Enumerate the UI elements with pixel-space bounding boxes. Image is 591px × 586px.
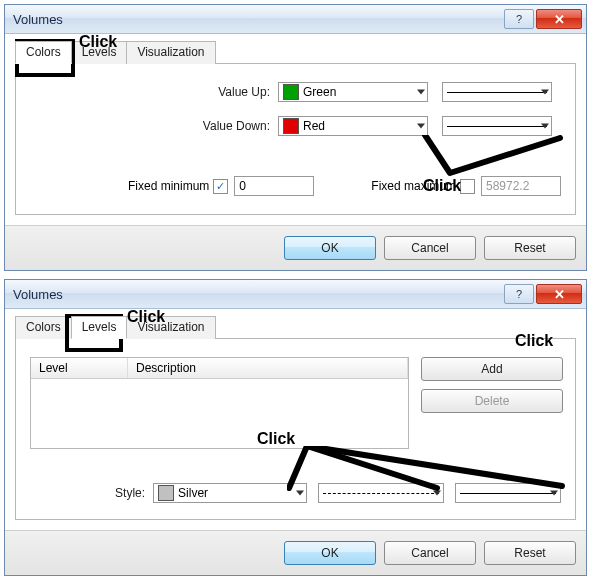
chevron-down-icon bbox=[296, 491, 304, 496]
tab-colors[interactable]: Colors bbox=[15, 41, 72, 64]
delete-button: Delete bbox=[421, 389, 563, 413]
window-title: Volumes bbox=[13, 12, 504, 27]
tab-colors[interactable]: Colors bbox=[15, 316, 72, 339]
value-down-color-combo[interactable]: Red bbox=[278, 116, 428, 136]
style-label: Style: bbox=[30, 486, 153, 500]
cancel-button[interactable]: Cancel bbox=[384, 541, 476, 565]
style-width-combo[interactable] bbox=[455, 483, 561, 503]
value-up-label: Value Up: bbox=[30, 85, 278, 99]
tab-label: Visualization bbox=[137, 45, 204, 59]
value-down-label: Value Down: bbox=[30, 119, 278, 133]
button-label: Reset bbox=[514, 241, 545, 255]
titlebar[interactable]: Volumes ? ✕ bbox=[5, 280, 586, 309]
close-button[interactable]: ✕ bbox=[536, 284, 582, 304]
fixed-min-input[interactable]: 0 bbox=[234, 176, 314, 196]
colors-panel: Value Up: Green Value Down: Red bbox=[15, 64, 576, 215]
tabstrip: Colors Levels Visualization bbox=[15, 315, 576, 339]
side-buttons: Add Delete bbox=[421, 357, 561, 449]
reset-button[interactable]: Reset bbox=[484, 236, 576, 260]
titlebar[interactable]: Volumes ? ✕ bbox=[5, 5, 586, 34]
fixed-max-checkbox[interactable] bbox=[460, 179, 475, 194]
tab-visualization[interactable]: Visualization bbox=[126, 41, 215, 64]
add-button[interactable]: Add bbox=[421, 357, 563, 381]
button-bar: OK Cancel Reset bbox=[5, 225, 586, 270]
button-label: Delete bbox=[475, 394, 510, 408]
reset-button[interactable]: Reset bbox=[484, 541, 576, 565]
button-label: OK bbox=[321, 546, 338, 560]
dialog-content: Colors Levels Visualization Value Up: Gr… bbox=[5, 34, 586, 225]
button-label: OK bbox=[321, 241, 338, 255]
tab-label: Colors bbox=[26, 45, 61, 59]
color-swatch-green bbox=[283, 84, 299, 100]
levels-panel: Level Description Add Delete Style: Silv… bbox=[15, 339, 576, 520]
chevron-down-icon bbox=[550, 491, 558, 496]
fixed-min-label: Fixed minimum bbox=[128, 179, 209, 193]
tab-levels[interactable]: Levels bbox=[71, 316, 128, 339]
button-label: Add bbox=[481, 362, 502, 376]
tab-label: Levels bbox=[82, 45, 117, 59]
fixed-min-checkbox[interactable] bbox=[213, 179, 228, 194]
close-button[interactable]: ✕ bbox=[536, 9, 582, 29]
col-description[interactable]: Description bbox=[128, 358, 408, 378]
chevron-down-icon bbox=[417, 90, 425, 95]
tab-label: Levels bbox=[82, 320, 117, 334]
volumes-levels-dialog: Volumes ? ✕ Colors Levels Visualization … bbox=[4, 279, 587, 576]
combo-text: Red bbox=[303, 119, 325, 133]
value-up-color-combo[interactable]: Green bbox=[278, 82, 428, 102]
chevron-down-icon bbox=[541, 90, 549, 95]
line-style-solid bbox=[460, 493, 556, 494]
dialog-content: Colors Levels Visualization Level Descri… bbox=[5, 309, 586, 530]
line-style-solid bbox=[447, 126, 547, 127]
ok-button[interactable]: OK bbox=[284, 236, 376, 260]
tab-label: Visualization bbox=[137, 320, 204, 334]
volumes-colors-dialog: Volumes ? ✕ Colors Levels Visualization … bbox=[4, 4, 587, 271]
tab-label: Colors bbox=[26, 320, 61, 334]
chevron-down-icon bbox=[433, 491, 441, 496]
color-swatch-silver bbox=[158, 485, 174, 501]
fixed-max-input[interactable]: 58972.2 bbox=[481, 176, 561, 196]
style-dash-combo[interactable] bbox=[318, 483, 443, 503]
chevron-down-icon bbox=[541, 124, 549, 129]
fixed-max-label: Fixed maximum bbox=[371, 179, 456, 193]
button-bar: OK Cancel Reset bbox=[5, 530, 586, 575]
color-swatch-red bbox=[283, 118, 299, 134]
input-value: 58972.2 bbox=[486, 179, 529, 193]
input-value: 0 bbox=[239, 179, 246, 193]
table-header: Level Description bbox=[31, 358, 408, 379]
tab-visualization[interactable]: Visualization bbox=[126, 316, 215, 339]
line-style-dash bbox=[323, 493, 438, 494]
line-style-solid bbox=[447, 92, 547, 93]
button-label: Reset bbox=[514, 546, 545, 560]
levels-table[interactable]: Level Description bbox=[30, 357, 409, 449]
ok-button[interactable]: OK bbox=[284, 541, 376, 565]
style-color-combo[interactable]: Silver bbox=[153, 483, 307, 503]
chevron-down-icon bbox=[417, 124, 425, 129]
button-label: Cancel bbox=[411, 546, 448, 560]
value-down-line-combo[interactable] bbox=[442, 116, 552, 136]
tabstrip: Colors Levels Visualization bbox=[15, 40, 576, 64]
col-level[interactable]: Level bbox=[31, 358, 128, 378]
help-button[interactable]: ? bbox=[504, 9, 534, 29]
cancel-button[interactable]: Cancel bbox=[384, 236, 476, 260]
combo-text: Silver bbox=[178, 486, 208, 500]
help-button[interactable]: ? bbox=[504, 284, 534, 304]
window-title: Volumes bbox=[13, 287, 504, 302]
value-up-line-combo[interactable] bbox=[442, 82, 552, 102]
tab-levels[interactable]: Levels bbox=[71, 41, 128, 64]
button-label: Cancel bbox=[411, 241, 448, 255]
combo-text: Green bbox=[303, 85, 336, 99]
